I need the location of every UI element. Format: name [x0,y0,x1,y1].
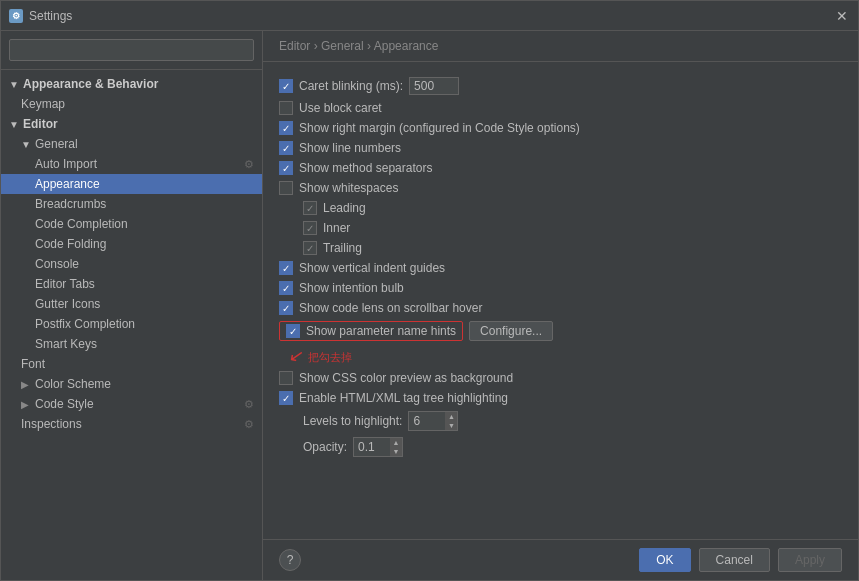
spinner-buttons: ▲ ▼ [445,412,457,430]
help-button[interactable]: ? [279,549,301,571]
show-whitespaces-checkbox[interactable] [279,181,293,195]
opacity-decrement-button[interactable]: ▼ [390,447,402,456]
show-whitespaces-label: Show whitespaces [299,181,398,195]
sidebar-item-label: Font [21,357,45,371]
opacity-increment-button[interactable]: ▲ [390,438,402,447]
show-parameter-name-hints-row: Show parameter name hints Configure... ↗… [279,318,842,344]
show-right-margin-checkbox[interactable] [279,121,293,135]
show-method-separators-checkbox[interactable] [279,161,293,175]
search-input[interactable] [9,39,254,61]
leading-label: Leading [323,201,366,215]
show-code-lens-label: Show code lens on scrollbar hover [299,301,482,315]
sidebar-item-console[interactable]: Console [1,254,262,274]
sidebar-item-label: Color Scheme [35,377,111,391]
bottom-bar: ? OK Cancel Apply [263,539,858,580]
arrow-icon: ▶ [21,399,31,410]
levels-input[interactable] [409,413,445,429]
inner-row: Inner [279,218,842,238]
caret-blinking-checkbox[interactable] [279,79,293,93]
arrow-icon: ▼ [9,119,19,130]
use-block-caret-checkbox[interactable] [279,101,293,115]
show-css-color-label: Show CSS color preview as background [299,371,513,385]
sidebar-item-label: Code Folding [35,237,106,251]
sidebar-item-editor[interactable]: ▼ Editor [1,114,262,134]
sidebar-item-code-folding[interactable]: Code Folding [1,234,262,254]
close-button[interactable]: ✕ [834,8,850,24]
sidebar-item-code-style[interactable]: ▶ Code Style ⚙ [1,394,262,414]
show-whitespaces-row: Show whitespaces [279,178,842,198]
sidebar-item-font[interactable]: Font [1,354,262,374]
arrow-annotation-icon: ↗ [287,345,306,369]
parameter-name-hints-highlighted: Show parameter name hints [279,321,463,341]
apply-button[interactable]: Apply [778,548,842,572]
sidebar-item-label: Postfix Completion [35,317,135,331]
enable-html-xml-checkbox[interactable] [279,391,293,405]
ok-button[interactable]: OK [639,548,690,572]
show-code-lens-checkbox[interactable] [279,301,293,315]
gear-icon: ⚙ [244,158,254,171]
sidebar-item-postfix-completion[interactable]: Postfix Completion [1,314,262,334]
gear-icon: ⚙ [244,418,254,431]
sidebar-item-gutter-icons[interactable]: Gutter Icons [1,294,262,314]
right-panel: Editor › General › Appearance Caret blin… [263,31,858,580]
sidebar-item-smart-keys[interactable]: Smart Keys [1,334,262,354]
sidebar-item-label: Appearance [35,177,100,191]
show-intention-bulb-row: Show intention bulb [279,278,842,298]
sidebar-item-label: Keymap [21,97,65,111]
sidebar-item-breadcrumbs[interactable]: Breadcrumbs [1,194,262,214]
show-vertical-indent-checkbox[interactable] [279,261,293,275]
sidebar-item-keymap[interactable]: Keymap [1,94,262,114]
enable-html-xml-row: Enable HTML/XML tag tree highlighting [279,388,842,408]
sidebar-item-auto-import[interactable]: Auto Import ⚙ [1,154,262,174]
annotation: ↗ 把勾去掉 [289,346,352,368]
show-parameter-name-hints-checkbox[interactable] [286,324,300,338]
configure-button[interactable]: Configure... [469,321,553,341]
sidebar-item-color-scheme[interactable]: ▶ Color Scheme [1,374,262,394]
arrow-icon: ▶ [21,379,31,390]
arrow-icon: ▼ [21,139,31,150]
sidebar-item-inspections[interactable]: Inspections ⚙ [1,414,262,434]
sidebar-item-general[interactable]: ▼ General [1,134,262,154]
use-block-caret-row: Use block caret [279,98,842,118]
sidebar-item-label: Console [35,257,79,271]
opacity-label: Opacity: [303,440,347,454]
sidebar-item-appearance-behavior[interactable]: ▼ Appearance & Behavior [1,74,262,94]
show-parameter-name-hints-label: Show parameter name hints [306,324,456,338]
show-method-separators-row: Show method separators [279,158,842,178]
sidebar-item-appearance[interactable]: Appearance [1,174,262,194]
levels-increment-button[interactable]: ▲ [445,412,457,421]
levels-spinner: ▲ ▼ [408,411,458,431]
show-css-color-checkbox[interactable] [279,371,293,385]
show-code-lens-row: Show code lens on scrollbar hover [279,298,842,318]
leading-checkbox[interactable] [303,201,317,215]
show-css-color-row: Show CSS color preview as background [279,368,842,388]
enable-html-xml-label: Enable HTML/XML tag tree highlighting [299,391,508,405]
show-vertical-indent-label: Show vertical indent guides [299,261,445,275]
sidebar-item-editor-tabs[interactable]: Editor Tabs [1,274,262,294]
show-intention-bulb-checkbox[interactable] [279,281,293,295]
cancel-button[interactable]: Cancel [699,548,770,572]
show-intention-bulb-label: Show intention bulb [299,281,404,295]
levels-decrement-button[interactable]: ▼ [445,421,457,430]
show-method-separators-label: Show method separators [299,161,432,175]
breadcrumb: Editor › General › Appearance [263,31,858,62]
trailing-label: Trailing [323,241,362,255]
sidebar-item-label: Smart Keys [35,337,97,351]
trailing-checkbox[interactable] [303,241,317,255]
show-line-numbers-checkbox[interactable] [279,141,293,155]
show-right-margin-label: Show right margin (configured in Code St… [299,121,580,135]
opacity-input[interactable] [354,439,390,455]
use-block-caret-label: Use block caret [299,101,382,115]
sidebar-item-label: Gutter Icons [35,297,100,311]
opacity-spinner-buttons: ▲ ▼ [390,438,402,456]
sidebar-item-label: Appearance & Behavior [23,77,158,91]
show-vertical-indent-row: Show vertical indent guides [279,258,842,278]
inner-checkbox[interactable] [303,221,317,235]
caret-blinking-row: Caret blinking (ms): [279,74,842,98]
titlebar-left: ⚙ Settings [9,9,72,23]
sidebar-item-code-completion[interactable]: Code Completion [1,214,262,234]
caret-blinking-input[interactable] [409,77,459,95]
levels-to-highlight-row: Levels to highlight: ▲ ▼ [279,408,842,434]
search-box [1,31,262,70]
sidebar-item-label: General [35,137,78,151]
